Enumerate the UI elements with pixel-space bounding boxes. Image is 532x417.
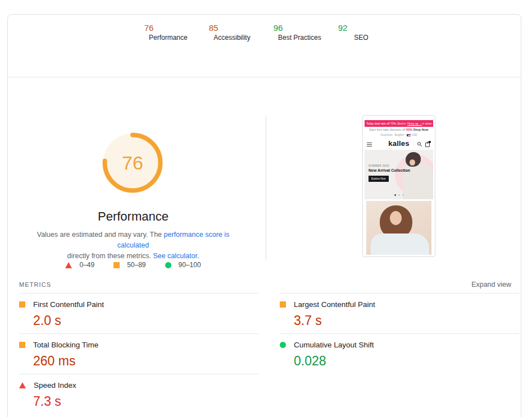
site-header: kalles [365,138,433,150]
promo-banner: Today deal sale off 70%, End in:Hurry up… [365,120,433,127]
model-shirt [371,233,429,255]
performance-score-value: 76 [101,131,164,194]
metrics-grid: First Contentful Paint 2.0 s Total Block… [19,293,519,414]
model-face [390,211,402,225]
nav-score-accessibility[interactable]: 85 Accessibility [213,28,251,42]
hero-title: New Arrival Collection [369,168,410,172]
performance-score-gauge: 76 [101,131,164,194]
average-square-icon [19,301,25,308]
nav-divider [8,77,521,77]
metric-name: Largest Contentful Paint [294,300,375,309]
metric-speed-index: Speed Index 7.3 s [19,374,258,414]
site-logo: kalles [365,139,433,148]
metric-first-contentful-paint: First Contentful Paint 2.0 s [19,293,258,333]
nav-score-performance[interactable]: 76 Performance [149,28,186,42]
banner-close: ✕ close [422,122,431,125]
hero-kicker: SUMMER 2020 [369,164,389,167]
nav-score-best-practices[interactable]: 96 Best Practices [278,28,315,42]
performance-title: Performance [8,209,258,224]
legend-range: 50–89 [127,261,145,269]
category-label: SEO [343,34,380,42]
metric-value: 0.028 [294,354,519,368]
legend-range: 90–100 [179,261,201,269]
final-screenshot-thumbnail: Today deal sale off 70%, End in:Hurry up… [362,115,435,257]
legend-fail: 0–49 [65,261,94,269]
site-preview: Today deal sale off 70%, End in:Hurry up… [365,117,433,255]
legend-range: 0–49 [79,261,94,269]
hero-cta-button: Explore Now [369,176,389,182]
score-legend: 0–49 50–89 90–100 [8,261,258,269]
good-circle-icon [165,262,171,268]
score-disclaimer: Values are estimated and may vary. The p… [21,230,245,262]
average-square-icon [19,342,25,348]
disclaimer-text-2: directly from these metrics. [67,252,153,260]
metric-value: 260 ms [33,354,258,368]
column-divider [266,116,266,260]
promo-line: Earn free sale discount off 50% Shop Now [365,128,433,131]
promo-cta: Shop Now [413,128,428,131]
fail-triangle-icon [19,382,26,388]
legend-average: 50–89 [113,261,145,269]
expand-view-button[interactable]: Expand view [471,281,511,288]
category-label: Performance [149,34,186,42]
search-icon [417,142,421,145]
product-image [366,201,431,255]
hero-slide: SUMMER 2020 New Arrival Collection Explo… [365,150,433,199]
metric-total-blocking-time: Total Blocking Time 260 ms [19,333,258,374]
metrics-heading: METRICS [19,281,51,288]
average-square-icon [280,301,286,308]
metric-value: 7.3 s [33,394,258,409]
nav-score-seo[interactable]: 92 SEO [343,28,380,42]
banner-text: Today deal sale off 70%, End in:Hurry up… [366,122,422,125]
metric-name: Speed Index [34,381,76,389]
metrics-column-right: Largest Contentful Paint 3.7 s Cumulativ… [280,293,519,414]
banner-link: Hurry up → [407,122,422,125]
metric-value: 2.0 s [33,313,258,328]
hero-model-face [410,159,415,166]
see-calculator-link[interactable]: See calculator. [153,252,199,260]
metrics-column-left: First Contentful Paint 2.0 s Total Block… [19,293,258,414]
category-label: Accessibility [213,34,251,42]
good-circle-icon [280,342,286,348]
score-summary-nav: 76 Performance 85 Accessibility 96 Best … [8,28,521,42]
metric-largest-contentful-paint: Largest Contentful Paint 3.7 s [280,293,519,333]
legend-good: 90–100 [165,261,201,269]
lighthouse-report-card: 76 Performance 85 Accessibility 96 Best … [7,14,521,417]
fail-triangle-icon [65,262,72,268]
metrics-header: METRICS Expand view [19,281,511,288]
carousel-dots [365,194,433,196]
average-square-icon [113,262,120,268]
metric-value: 3.7 s [294,313,519,328]
locale-bar: Countries English USD [365,133,433,136]
us-flag-icon [407,134,411,136]
metric-name: Total Blocking Time [33,341,98,349]
metric-name: Cumulative Layout Shift [294,341,374,349]
category-label: Best Practices [278,34,315,42]
metric-cumulative-layout-shift: Cumulative Layout Shift 0.028 [280,333,519,374]
cart-icon [425,143,430,147]
metric-name: First Contentful Paint [33,300,104,309]
disclaimer-text: Values are estimated and may vary. The [37,231,164,239]
promo-percent: 50% [406,128,412,131]
